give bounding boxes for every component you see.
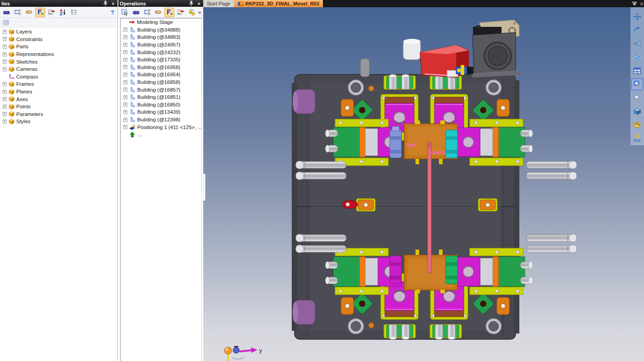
expander-icon[interactable] bbox=[3, 52, 7, 56]
compass-icon bbox=[9, 74, 14, 79]
tree-item-points[interactable]: Points bbox=[0, 103, 117, 111]
close-icon[interactable]: × bbox=[196, 0, 202, 6]
expander-icon[interactable] bbox=[3, 112, 7, 116]
operations-panel-header: Operations × bbox=[118, 0, 203, 7]
export-icon[interactable] bbox=[47, 8, 56, 17]
expander-icon[interactable] bbox=[123, 43, 127, 47]
expander-icon[interactable] bbox=[123, 50, 127, 54]
pin-icon[interactable] bbox=[103, 0, 108, 6]
renumber-icon[interactable] bbox=[13, 8, 23, 17]
tree-item-cameras[interactable]: Cameras bbox=[0, 65, 117, 73]
isometric-view-icon[interactable] bbox=[631, 106, 643, 117]
tree-item-ellipsis[interactable]: ... bbox=[121, 131, 201, 139]
toolbar-overflow-button[interactable]: » bbox=[198, 9, 202, 15]
sort-az-icon[interactable] bbox=[58, 8, 68, 17]
tag-icon[interactable] bbox=[154, 8, 163, 17]
tree-item-building[interactable]: Building (@16858) bbox=[121, 79, 201, 86]
render-palette-icon[interactable] bbox=[631, 119, 643, 131]
tree-item-compass[interactable]: Compass bbox=[0, 73, 117, 81]
pin-icon[interactable] bbox=[188, 0, 194, 6]
pan-icon[interactable] bbox=[631, 11, 643, 23]
tree-item-building[interactable]: Building (@24957) bbox=[121, 41, 201, 49]
expander-icon[interactable] bbox=[123, 80, 127, 84]
operations-panel-title: Operations bbox=[120, 1, 187, 6]
zoom-icon[interactable] bbox=[631, 92, 643, 104]
expander-icon[interactable] bbox=[123, 118, 127, 122]
tree-item-styles[interactable]: Styles bbox=[0, 118, 117, 125]
filter-icon[interactable] bbox=[35, 8, 45, 17]
tree-item-planes[interactable]: Planes bbox=[0, 88, 117, 96]
properties-panel-header: ties × bbox=[0, 0, 117, 7]
expander-icon[interactable] bbox=[3, 37, 7, 41]
tree-item-sketches[interactable]: Sketches bbox=[0, 58, 117, 65]
panel-splitter-grip[interactable] bbox=[203, 173, 206, 201]
renumber-icon[interactable] bbox=[142, 8, 152, 17]
orbit-camera-icon[interactable] bbox=[631, 51, 643, 63]
expander-icon[interactable] bbox=[123, 58, 127, 62]
viewport-3d[interactable]: y bbox=[203, 7, 644, 361]
link-group-icon[interactable] bbox=[187, 8, 197, 17]
expander-icon[interactable] bbox=[123, 110, 127, 114]
expander-icon[interactable] bbox=[123, 35, 127, 39]
expander-icon[interactable] bbox=[123, 73, 127, 77]
tree-item-building[interactable]: Building (@12398) bbox=[121, 116, 201, 124]
expander-icon[interactable] bbox=[123, 28, 127, 32]
expander-icon[interactable] bbox=[3, 105, 7, 109]
tree-item-building[interactable]: Building (@16850) bbox=[121, 101, 201, 109]
tree-item-axes[interactable]: Axes bbox=[0, 95, 117, 103]
tag-icon[interactable] bbox=[24, 8, 34, 17]
expander-icon[interactable] bbox=[3, 90, 7, 94]
building-icon bbox=[129, 102, 135, 108]
tree-item-building[interactable]: Building (@16857) bbox=[121, 86, 201, 93]
tree-item-building[interactable]: Building (@17335) bbox=[121, 56, 201, 64]
expander-icon[interactable] bbox=[3, 67, 7, 71]
multi-view-icon[interactable] bbox=[631, 65, 643, 77]
expander-icon[interactable] bbox=[123, 125, 127, 129]
tree-item-parts[interactable]: Parts bbox=[0, 43, 117, 51]
tree-item-representations[interactable]: Representations bbox=[0, 51, 117, 58]
help-button[interactable]: ? bbox=[111, 9, 116, 16]
expander-icon[interactable] bbox=[3, 45, 7, 49]
tree-item-building[interactable]: Building (@34883) bbox=[121, 33, 201, 41]
spotlight-icon[interactable] bbox=[631, 38, 643, 50]
expander-icon[interactable] bbox=[123, 95, 127, 99]
tree-item-building[interactable]: Building (@34888) bbox=[121, 26, 201, 34]
rotate-view-icon[interactable] bbox=[631, 24, 643, 36]
tab-rkp332-document[interactable]: RKP332_3D_FINAL_Movel_R03 bbox=[234, 0, 323, 7]
expander-icon[interactable] bbox=[3, 30, 7, 34]
close-icon[interactable]: × bbox=[110, 0, 116, 6]
tab-start-page[interactable]: Start Page bbox=[203, 0, 234, 7]
expander-icon[interactable] bbox=[3, 82, 7, 86]
tree-item-modeling-stage[interactable]: Modeling Stage bbox=[121, 19, 201, 26]
export-icon[interactable] bbox=[176, 8, 186, 17]
tree-item-building[interactable]: Building (@24232) bbox=[121, 48, 201, 56]
search-icon[interactable] bbox=[131, 8, 141, 17]
search-icon[interactable] bbox=[1, 8, 11, 17]
expander-icon[interactable] bbox=[123, 65, 127, 69]
tree-item-building[interactable]: Building (@16958) bbox=[121, 64, 201, 71]
valve-cyan bbox=[446, 130, 457, 158]
grid-view-icon[interactable] bbox=[1, 18, 11, 28]
tree-item-parameters[interactable]: Parameters bbox=[0, 111, 117, 118]
context-help-icon[interactable] bbox=[631, 133, 643, 144]
expander-icon[interactable] bbox=[123, 88, 127, 92]
tree-item-building[interactable]: Building (@16851) bbox=[121, 93, 201, 101]
tree-item-frames[interactable]: Frames bbox=[0, 80, 117, 88]
tree-item-positioning[interactable]: Positioning 1 (411 <125>, ...) bbox=[121, 123, 201, 131]
building-icon bbox=[129, 56, 135, 63]
tree-item-building[interactable]: Building (@13439) bbox=[121, 108, 201, 116]
list-view-icon[interactable] bbox=[69, 8, 79, 17]
zoom-window-icon[interactable] bbox=[631, 79, 643, 90]
tree-item-constraints[interactable]: Constraints bbox=[0, 36, 117, 43]
expander-icon[interactable] bbox=[3, 97, 7, 101]
expander-icon[interactable] bbox=[3, 120, 7, 124]
expander-icon[interactable] bbox=[3, 60, 7, 64]
tree-item-layers[interactable]: Layers bbox=[0, 28, 117, 36]
tree-item-building[interactable]: Building (@16954) bbox=[121, 71, 201, 79]
filter-icon[interactable] bbox=[164, 8, 174, 17]
tab-overflow-arrow[interactable]: > bbox=[640, 1, 643, 6]
expander-icon[interactable] bbox=[123, 102, 127, 106]
select-region-icon[interactable] bbox=[120, 8, 130, 17]
up-arrow-icon bbox=[129, 131, 135, 138]
tab-list-menu-icon[interactable] bbox=[631, 1, 638, 6]
